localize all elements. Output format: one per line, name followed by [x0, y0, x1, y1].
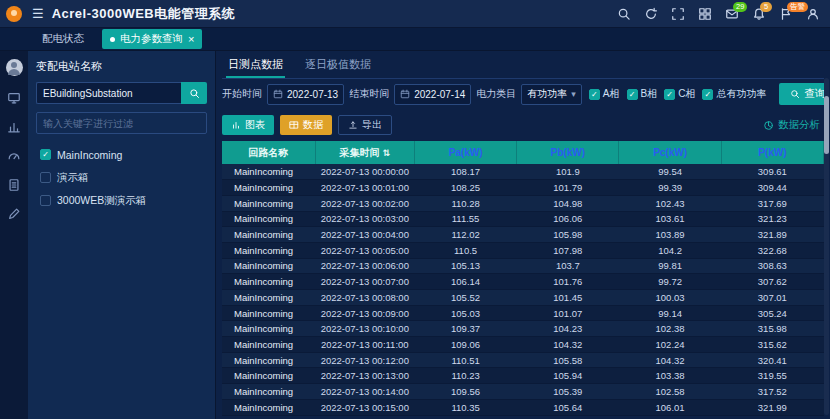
station-panel-title: 变配电站名称 — [36, 59, 207, 74]
gauge-icon[interactable] — [7, 149, 21, 163]
station-panel: 变配电站名称 ✓MainIncoming演示箱3000WEB测演示箱 — [28, 51, 216, 419]
tab-daily-point-data[interactable]: 日测点数据 — [226, 53, 285, 78]
table-cell: 317.69 — [721, 195, 823, 211]
power-category-value: 有功功率 — [527, 87, 567, 101]
alarm-flag-icon[interactable]: 告警 — [779, 7, 793, 21]
checkbox-icon[interactable]: ✓ — [702, 89, 713, 100]
table-row: MainIncoming2022-07-13 00:00:00108.17101… — [222, 164, 824, 180]
tree-item-label: 3000WEB测演示箱 — [57, 194, 146, 208]
tree-checkbox[interactable]: ✓ — [40, 149, 51, 160]
start-date-label: 开始时间 — [222, 87, 262, 101]
messages-icon[interactable]: 29 — [725, 7, 739, 21]
tab-power-param-query[interactable]: 电力参数查询 × — [102, 29, 202, 49]
chart-view-button[interactable]: 图表 — [222, 115, 274, 135]
query-button[interactable]: 查询 — [779, 83, 824, 105]
tree-item[interactable]: 演示箱 — [36, 167, 207, 188]
checkbox-icon[interactable]: ✓ — [627, 89, 638, 100]
station-search-input[interactable] — [36, 82, 181, 104]
table-row: MainIncoming2022-07-13 00:13:00110.23105… — [222, 368, 824, 384]
export-button[interactable]: 导出 — [338, 115, 392, 135]
table-cell: 102.24 — [619, 337, 721, 353]
user-avatar[interactable] — [6, 59, 23, 76]
header-actions: 29 5 告警 — [617, 7, 820, 21]
phase-label: A相 — [603, 87, 620, 101]
content-area: 变配电站名称 ✓MainIncoming演示箱3000WEB测演示箱 日测点数据… — [0, 51, 830, 419]
table-cell: 110.51 — [414, 352, 516, 368]
document-icon[interactable] — [7, 178, 21, 192]
table-cell: 105.98 — [517, 227, 619, 243]
data-analysis-link[interactable]: 数据分析 — [763, 118, 824, 132]
table-cell: 2022-07-13 00:01:00 — [315, 180, 414, 196]
phase-checkbox[interactable]: ✓总有功功率 — [702, 87, 766, 101]
alerts-bell-icon[interactable]: 5 — [752, 7, 766, 21]
checkbox-icon[interactable]: ✓ — [589, 89, 600, 100]
phase-checkbox[interactable]: ✓C相 — [664, 87, 695, 101]
filter-bar: 开始时间 2022-07-13 结束时间 2022-07-14 电力类目 有功功… — [222, 79, 824, 109]
table-cell: 99.72 — [619, 274, 721, 290]
sort-icon[interactable]: ⇅ — [383, 148, 391, 158]
query-button-label: 查询 — [804, 87, 824, 101]
search-icon[interactable] — [617, 7, 631, 21]
table-cell: MainIncoming — [222, 242, 315, 258]
table-cell: 2022-07-13 00:09:00 — [315, 305, 414, 321]
tree-checkbox[interactable] — [40, 195, 51, 206]
tree-item-label: 演示箱 — [57, 171, 89, 185]
alarm-badge: 告警 — [787, 2, 808, 12]
fullscreen-icon[interactable] — [671, 7, 685, 21]
table-row: MainIncoming2022-07-13 00:02:00110.28104… — [222, 195, 824, 211]
table-cell: MainIncoming — [222, 305, 315, 321]
phase-checkbox[interactable]: ✓B相 — [627, 87, 658, 101]
column-header: 回路名称 — [222, 141, 315, 164]
tree-item-label: MainIncoming — [57, 149, 122, 161]
tree-filter-input[interactable] — [36, 112, 207, 134]
device-tree: ✓MainIncoming演示箱3000WEB测演示箱 — [36, 144, 207, 211]
column-header[interactable]: 采集时间⇅ — [315, 141, 414, 164]
table-cell: 2022-07-13 00:11:00 — [315, 337, 414, 353]
station-search-button[interactable] — [181, 82, 207, 104]
tree-item[interactable]: 3000WEB测演示箱 — [36, 190, 207, 211]
table-cell: 2022-07-13 00:00:00 — [315, 164, 414, 180]
table-cell: 2022-07-13 00:03:00 — [315, 211, 414, 227]
apps-grid-icon[interactable] — [698, 7, 712, 21]
menu-toggle-icon[interactable]: ☰ — [32, 6, 44, 21]
start-date-value: 2022-07-13 — [287, 89, 338, 100]
table-cell: 2022-07-13 00:06:00 — [315, 258, 414, 274]
export-icon — [348, 120, 358, 130]
table-cell: 101.45 — [517, 290, 619, 306]
data-analysis-label: 数据分析 — [778, 118, 820, 132]
table-cell: 315.98 — [721, 321, 823, 337]
table-cell: 99.14 — [619, 305, 721, 321]
table-cell: 320.41 — [721, 352, 823, 368]
table-cell: 99.81 — [619, 258, 721, 274]
phase-label: B相 — [641, 87, 658, 101]
end-date-input[interactable]: 2022-07-14 — [394, 84, 471, 105]
tab-distribution-status[interactable]: 配电状态 — [34, 29, 92, 49]
chevron-down-icon: ▾ — [571, 89, 576, 99]
icon-rail — [0, 51, 28, 419]
tree-checkbox[interactable] — [40, 172, 51, 183]
phase-checkbox[interactable]: ✓A相 — [589, 87, 620, 101]
user-icon[interactable] — [806, 7, 820, 21]
table-cell: 315.62 — [721, 337, 823, 353]
data-view-button[interactable]: 数据 — [280, 115, 332, 135]
app-title: Acrel-3000WEB电能管理系统 — [52, 5, 236, 23]
table-cell: 105.13 — [414, 258, 516, 274]
acrel-logo — [6, 6, 22, 22]
edit-icon[interactable] — [7, 207, 21, 221]
refresh-icon[interactable] — [644, 7, 658, 21]
tree-item[interactable]: ✓MainIncoming — [36, 144, 207, 165]
logo-box — [0, 6, 28, 22]
tab-daily-extreme-data[interactable]: 逐日极值数据 — [303, 53, 373, 78]
scrollbar-thumb[interactable] — [824, 96, 829, 154]
bar-chart-icon[interactable] — [7, 120, 21, 134]
start-date-input[interactable]: 2022-07-13 — [267, 84, 344, 105]
table-cell: 307.62 — [721, 274, 823, 290]
table-cell: MainIncoming — [222, 399, 315, 415]
table-cell: 2022-07-13 00:02:00 — [315, 195, 414, 211]
monitor-icon[interactable] — [7, 91, 21, 105]
vertical-scrollbar[interactable] — [824, 78, 829, 415]
power-category-select[interactable]: 有功功率 ▾ — [521, 84, 582, 105]
close-icon[interactable]: × — [188, 34, 194, 45]
main-panel: 日测点数据 逐日极值数据 开始时间 2022-07-13 结束时间 2022-0… — [216, 51, 830, 419]
checkbox-icon[interactable]: ✓ — [664, 89, 675, 100]
